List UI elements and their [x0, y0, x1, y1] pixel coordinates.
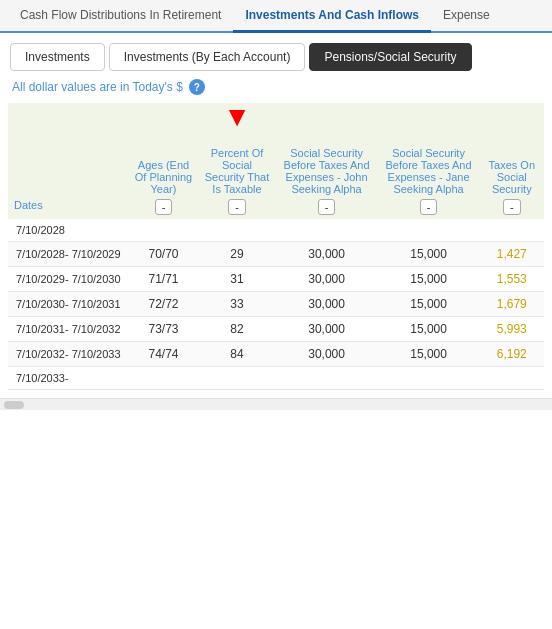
empty-arrow-dates — [8, 103, 129, 143]
sub-tab-investments-by-account[interactable]: Investments (By Each Account) — [109, 43, 306, 71]
arrow-row: ▼ — [8, 103, 544, 143]
table-row: 7/10/2031- 7/10/203273/738230,00015,0005… — [8, 317, 544, 342]
sub-tab-pensions[interactable]: Pensions/Social Security — [309, 43, 471, 71]
date-cell: 7/10/2028- 7/10/2029 — [8, 242, 129, 267]
arrow-cell: ▼ — [198, 103, 275, 143]
table-row: 7/10/2030- 7/10/203172/723330,00015,0001… — [8, 292, 544, 317]
data-table-wrapper: ▼ Dates Ages (End Of Planning Year) - Pe… — [0, 103, 552, 398]
data-cell: 15,000 — [378, 242, 480, 267]
ss1-minus-btn[interactable]: - — [318, 199, 336, 215]
data-cell — [480, 367, 544, 390]
info-icon[interactable]: ? — [189, 79, 205, 95]
date-cell: 7/10/2029- 7/10/2030 — [8, 267, 129, 292]
data-cell — [276, 219, 378, 242]
empty-arrow-taxes — [480, 103, 544, 143]
table-row: 7/10/2028- 7/10/202970/702930,00015,0001… — [8, 242, 544, 267]
scroll-thumb[interactable] — [4, 401, 24, 409]
data-cell: 1,679 — [480, 292, 544, 317]
tab-expense[interactable]: Expense — [431, 0, 502, 31]
data-cell: 70/70 — [129, 242, 199, 267]
data-cell: 1,427 — [480, 242, 544, 267]
data-cell: 30,000 — [276, 267, 378, 292]
data-cell — [129, 367, 199, 390]
ages-header: Ages (End Of Planning Year) - — [129, 143, 199, 219]
sub-tab-bar: Investments Investments (By Each Account… — [0, 33, 552, 71]
data-cell: 82 — [198, 317, 275, 342]
data-cell — [276, 367, 378, 390]
table-row: 7/10/2028 — [8, 219, 544, 242]
ss2-minus-btn[interactable]: - — [420, 199, 438, 215]
data-cell: 15,000 — [378, 292, 480, 317]
date-cell: 7/10/2028 — [8, 219, 129, 242]
tab-investments[interactable]: Investments And Cash Inflows — [233, 0, 431, 33]
data-cell: 15,000 — [378, 317, 480, 342]
data-cell: 71/71 — [129, 267, 199, 292]
data-cell: 1,553 — [480, 267, 544, 292]
date-cell: 7/10/2031- 7/10/2032 — [8, 317, 129, 342]
percent-ss-header: Percent Of Social Security That Is Taxab… — [198, 143, 275, 219]
data-cell — [198, 367, 275, 390]
horizontal-scrollbar[interactable] — [0, 398, 552, 410]
table-row: 7/10/2029- 7/10/203071/713130,00015,0001… — [8, 267, 544, 292]
empty-arrow-ss1 — [276, 103, 378, 143]
top-tab-bar: Cash Flow Distributions In Retirement In… — [0, 0, 552, 33]
data-cell: 29 — [198, 242, 275, 267]
data-cell: 6,192 — [480, 342, 544, 367]
ss-before2-header: Social Security Before Taxes And Expense… — [378, 143, 480, 219]
data-cell: 72/72 — [129, 292, 199, 317]
data-cell: 30,000 — [276, 292, 378, 317]
data-cell: 31 — [198, 267, 275, 292]
date-cell: 7/10/2033- — [8, 367, 129, 390]
tab-cashflow[interactable]: Cash Flow Distributions In Retirement — [8, 0, 233, 31]
ages-minus-btn[interactable]: - — [155, 199, 173, 215]
data-table: ▼ Dates Ages (End Of Planning Year) - Pe… — [8, 103, 544, 390]
data-cell: 30,000 — [276, 342, 378, 367]
ss-before1-header: Social Security Before Taxes And Expense… — [276, 143, 378, 219]
percent-minus-btn[interactable]: - — [228, 199, 246, 215]
data-cell — [480, 219, 544, 242]
taxes-on-header: Taxes On Social Security - — [480, 143, 544, 219]
data-cell: 84 — [198, 342, 275, 367]
data-cell: 73/73 — [129, 317, 199, 342]
red-arrow-icon: ▼ — [223, 103, 251, 131]
data-cell — [378, 367, 480, 390]
info-text: All dollar values are in Today's $ — [12, 80, 183, 94]
data-cell: 30,000 — [276, 317, 378, 342]
data-cell: 15,000 — [378, 342, 480, 367]
date-cell: 7/10/2032- 7/10/2033 — [8, 342, 129, 367]
table-body: 7/10/20287/10/2028- 7/10/202970/702930,0… — [8, 219, 544, 390]
sub-tab-investments[interactable]: Investments — [10, 43, 105, 71]
info-bar: All dollar values are in Today's $ ? — [0, 71, 552, 103]
taxes-minus-btn[interactable]: - — [503, 199, 521, 215]
data-cell: 5,993 — [480, 317, 544, 342]
data-cell — [198, 219, 275, 242]
data-cell: 30,000 — [276, 242, 378, 267]
header-row: Dates Ages (End Of Planning Year) - Perc… — [8, 143, 544, 219]
data-cell: 15,000 — [378, 267, 480, 292]
empty-arrow-ages — [129, 103, 199, 143]
empty-arrow-ss2 — [378, 103, 480, 143]
table-row: 7/10/2033- — [8, 367, 544, 390]
table-row: 7/10/2032- 7/10/203374/748430,00015,0006… — [8, 342, 544, 367]
dates-header: Dates — [8, 143, 129, 219]
date-cell: 7/10/2030- 7/10/2031 — [8, 292, 129, 317]
data-cell: 74/74 — [129, 342, 199, 367]
data-cell — [378, 219, 480, 242]
data-cell — [129, 219, 199, 242]
data-cell: 33 — [198, 292, 275, 317]
